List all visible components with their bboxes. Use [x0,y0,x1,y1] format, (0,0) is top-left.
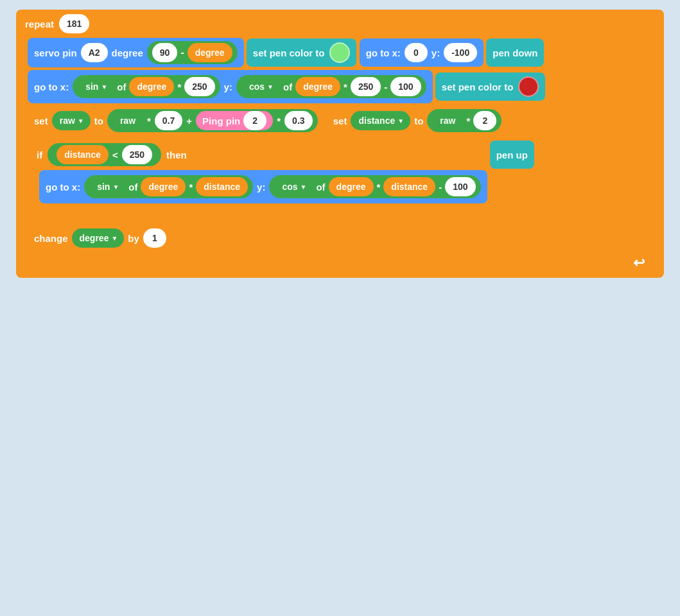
goto-2-offset[interactable]: 100 [390,77,421,96]
sin-dropdown[interactable]: sin ▼ [78,77,114,96]
sin-dropdown-2[interactable]: sin ▼ [89,177,125,196]
servo-degree2[interactable]: degree [187,43,232,62]
goto-2-mult1: * [177,81,181,92]
if-block-header[interactable]: if distance < 250 then [28,139,487,170]
goto-2-x-expr: sin ▼ of degree * 250 [73,75,220,98]
servo-label: servo pin [34,47,77,58]
servo-minus: - [180,47,184,58]
set-pen-color-2-label: set pen color to [442,81,514,92]
servo-block[interactable]: servo pin A2 degree 90 - degree [28,38,244,67]
if-nested-body: go to x: sin ▼ of degree * distance [28,170,487,224]
set-distance-to-label: to [414,116,423,126]
set-raw-set-label: set [34,116,48,126]
set-raw-mult2: * [277,116,281,126]
goto-2-block[interactable]: go to x: sin ▼ of degree * 250 y: cos [28,70,433,103]
servo-expr: 90 - degree [147,41,238,64]
goto-3-distance2[interactable]: distance [383,177,435,196]
goto-2-of1: of [117,81,126,92]
repeat-arrow-icon: ↩ [633,255,645,271]
set-distance-set-label: set [333,116,347,126]
set-raw-val1[interactable]: 0.7 [155,111,182,130]
set-distance-expr: raw * 2 [427,109,501,132]
goto-3-of1: of [128,182,137,193]
goto-3-offset[interactable]: 100 [445,177,475,196]
goto-2-degree1[interactable]: degree [129,77,174,96]
pen-down-block[interactable]: pen down [486,38,544,67]
set-distance-mult: * [466,116,470,126]
change-degree-block[interactable]: change degree ▼ by 1 [28,224,173,252]
cos-dropdown-1[interactable]: cos ▼ [241,77,280,96]
set-distance-raw[interactable]: raw [432,111,463,130]
ping-pin-pill[interactable]: Ping pin 2 [196,111,273,130]
cos-arrow-1: ▼ [267,83,274,90]
goto-2-xamp[interactable]: 250 [184,77,214,96]
goto-3-mult1: * [189,182,193,193]
goto-2-of2: of [283,81,292,92]
ping-label: Ping pin [202,116,240,126]
goto-3-y-expr: cos ▼ of degree * distance - 100 [269,175,480,198]
set-pen-color-2-block[interactable]: set pen color to [435,73,546,101]
ping-pin-value[interactable]: 2 [243,111,266,130]
pen-up-block[interactable]: pen up [490,141,534,169]
set-raw-plus: + [186,116,192,126]
cos-dropdown-2[interactable]: cos ▼ [274,177,313,196]
repeat-nested: servo pin A2 degree 90 - degree set pen … [16,38,664,278]
change-by-val[interactable]: 1 [143,228,166,248]
goto-1-x[interactable]: 0 [405,43,428,62]
set-pen-color-1-block[interactable]: set pen color to [247,38,357,67]
goto-2-y-expr: cos ▼ of degree * 250 - 100 [236,75,426,98]
goto-1-ylabel: y: [432,47,440,58]
set-distance-block[interactable]: set distance ▼ to raw * 2 [327,106,509,135]
servo-value[interactable]: 90 [152,43,178,62]
pen-color-red-dot[interactable] [518,76,539,97]
goto-3-mult2: * [377,182,381,193]
goto-3-of2: of [316,182,325,193]
pen-down-label: pen down [493,47,537,58]
set-raw-mult1: * [147,116,151,126]
goto-2-mult2: * [344,81,347,92]
goto-2-minus: - [384,81,387,92]
set-raw-expr: raw * 0.7 + Ping pin 2 * 0.3 [107,109,318,132]
if-block-outer-wrapper: if distance < 250 then go to x: [28,139,487,224]
goto-3-degree1[interactable]: degree [141,177,186,196]
goto-3-block[interactable]: go to x: sin ▼ of degree * distance [39,170,487,203]
if-end-cap [39,206,168,219]
goto-3-degree2[interactable]: degree [329,177,374,196]
raw-dropdown-1[interactable]: raw ▼ [52,111,91,130]
pen-color-green-dot[interactable] [329,42,350,63]
goto-1-block[interactable]: go to x: 0 y: -100 [360,38,484,67]
goto-1-y[interactable]: -100 [444,43,477,62]
goto-2-label: go to x: [34,81,69,92]
set-distance-val[interactable]: 2 [473,111,496,130]
set-raw-raw2[interactable]: raw [112,111,143,130]
if-condition: distance < 250 [48,143,161,166]
distance-dropdown-1[interactable]: distance ▼ [351,111,410,130]
repeat-end-cap: ↩ [28,255,664,275]
goto-3-x-expr: sin ▼ of degree * distance [84,175,253,198]
change-label: change [34,233,68,244]
goto-2-degree2[interactable]: degree [295,77,340,96]
goto-2-ylabel: y: [224,81,232,92]
repeat-block-outer: repeat 181 servo pin A2 degree 90 - degr… [16,10,664,278]
change-degree-dropdown[interactable]: degree ▼ [72,228,125,248]
if-then-label: then [166,150,187,160]
servo-degree-label: degree [112,47,143,58]
if-distance-val[interactable]: distance [57,145,109,164]
set-raw-block[interactable]: set raw ▼ to raw * 0.7 + Ping pin 2 [28,106,324,135]
set-pen-color-1-label: set pen color to [253,47,325,58]
goto-3-distance1[interactable]: distance [196,177,248,196]
repeat-value[interactable]: 181 [59,14,89,33]
goto-1-label: go to x: [366,47,401,58]
change-by-label: by [128,233,139,244]
if-label: if [37,150,42,160]
repeat-block[interactable]: repeat 181 [16,10,664,38]
if-lt: < [112,150,118,160]
if-lt-val[interactable]: 250 [122,145,152,164]
servo-pin[interactable]: A2 [81,43,108,62]
repeat-label: repeat [25,19,54,30]
pen-up-label: pen up [496,150,528,160]
set-raw-val2[interactable]: 0.3 [284,111,312,130]
set-raw-to-label: to [94,116,103,126]
goto-3-label: go to x: [46,182,80,193]
goto-2-yamp[interactable]: 250 [351,77,381,96]
